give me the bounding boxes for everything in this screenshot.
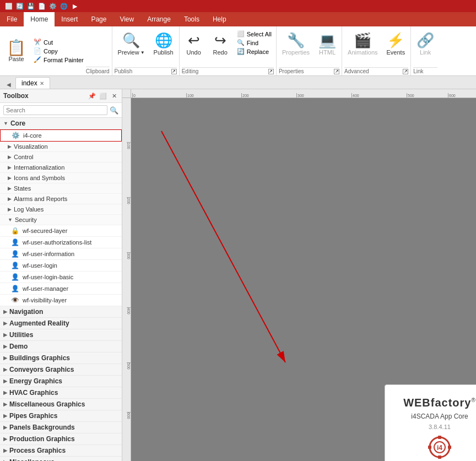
- ribbon-link-section: 🔗 Link Link: [411, 26, 440, 75]
- menu-arrange[interactable]: Arrange: [140, 12, 177, 26]
- toolbox-item-wf-user-information[interactable]: 👤 wf-user-information: [0, 248, 122, 260]
- toolbox-section-conveyors-graphics[interactable]: ▶ Conveyors Graphics: [0, 364, 122, 376]
- toolbox-section-utilities[interactable]: ▶ Utilities: [0, 329, 122, 341]
- toolbox-subsection-security[interactable]: ▼ Security: [0, 215, 122, 225]
- properties-button[interactable]: 🔧 Properties: [279, 30, 313, 58]
- toolbox-section-demo[interactable]: ▶ Demo: [0, 341, 122, 352]
- toolbox-section-miscellaneous[interactable]: ▶ Miscellaneous: [0, 457, 122, 461]
- events-icon: ⚡: [387, 32, 404, 49]
- wf-user-login-basic-icon: 👤: [11, 273, 19, 281]
- publish-label: Publish: [154, 49, 174, 56]
- toolbox-subsection-internationalization[interactable]: ▶ Internationalization: [0, 162, 122, 173]
- menu-insert[interactable]: Insert: [55, 12, 84, 26]
- menu-help[interactable]: Help: [206, 12, 233, 26]
- log-values-arrow-icon: ▶: [8, 207, 12, 212]
- tb-icon-2[interactable]: 🔄: [15, 2, 24, 10]
- buildings-graphics-arrow-icon: ▶: [3, 355, 7, 361]
- utilities-section-label: Utilities: [9, 331, 33, 339]
- preview-dropdown-icon[interactable]: ▼: [140, 50, 145, 55]
- select-all-button[interactable]: ⬜ Select All: [235, 30, 274, 38]
- menu-bar: File Home Insert Page View Arrange Tools…: [0, 12, 476, 26]
- tb-icon-6[interactable]: 🌐: [60, 2, 68, 10]
- menu-page[interactable]: Page: [84, 12, 113, 26]
- toolbox-section-panels-backgrounds[interactable]: ▶ Panels Backgrounds: [0, 422, 122, 433]
- animations-button[interactable]: 🎬 Animations: [344, 30, 381, 58]
- tb-icon-5[interactable]: ⚙️: [48, 2, 57, 10]
- toolbox-subsection-states[interactable]: ▶ States: [0, 183, 122, 194]
- toolbox-float-btn[interactable]: ⬜: [99, 91, 107, 100]
- internationalization-label: Internationalization: [14, 164, 64, 171]
- icons-symbols-label: Icons and Symbols: [14, 175, 65, 181]
- animations-label: Animations: [348, 49, 377, 56]
- production-graphics-section-label: Production Graphics: [9, 435, 75, 443]
- editing-expand-btn[interactable]: ↗: [268, 69, 274, 74]
- internationalization-arrow-icon: ▶: [8, 165, 12, 170]
- menu-view[interactable]: View: [113, 12, 140, 26]
- toolbox-pin-btn[interactable]: 📌: [88, 91, 96, 100]
- find-button[interactable]: 🔍 Find: [235, 39, 274, 47]
- toolbox-subsection-log-values[interactable]: ▶ Log Values: [0, 204, 122, 215]
- toolbox-item-wf-visibility-layer[interactable]: 👁️ wf-visibility-layer: [0, 295, 122, 306]
- publish-button[interactable]: 🌐 Publish: [150, 30, 177, 58]
- properties-expand-btn[interactable]: ↗: [334, 69, 339, 74]
- tab-nav-left[interactable]: ◀: [4, 80, 13, 89]
- undo-button[interactable]: ↩ Undo: [182, 30, 206, 58]
- toolbox-section-hvac-graphics[interactable]: ▶ HVAC Graphics: [0, 387, 122, 399]
- copy-button[interactable]: 📄 Copy: [31, 47, 86, 55]
- app-card-brand: WEBfactory®: [403, 397, 476, 409]
- publish-icon: 🌐: [155, 32, 172, 49]
- toolbox-section-miscellaneous-graphics[interactable]: ▶ Miscellaneous Graphics: [0, 399, 122, 410]
- toolbox-section-augmented-reality[interactable]: ▶ Augmented Reality: [0, 318, 122, 329]
- toolbox-item-wf-user-login-basic[interactable]: 👤 wf-user-login-basic: [0, 272, 122, 283]
- canvas-content[interactable]: WEBfactory® i4SCADA App Core 3.8.4.11: [131, 98, 476, 461]
- replace-button[interactable]: 🔄 Replace: [235, 47, 274, 56]
- toolbox-section-buildings-graphics[interactable]: ▶ Buildings Graphics: [0, 352, 122, 364]
- link-button[interactable]: 🔗 Link: [413, 30, 437, 58]
- tab-index[interactable]: index ✕: [15, 77, 50, 89]
- toolbox-close-btn[interactable]: ✕: [110, 91, 118, 100]
- toolbox-section-process-graphics[interactable]: ▶ Process Graphics: [0, 445, 122, 457]
- toolbox-subsection-alarms-reports[interactable]: ▶ Alarms and Reports: [0, 194, 122, 204]
- advanced-bottom: Advanced ↗: [344, 67, 408, 74]
- publish-expand-btn[interactable]: ↗: [171, 69, 177, 74]
- toolbox-subsection-visualization[interactable]: ▶ Visualization: [0, 142, 122, 152]
- toolbox-item-wf-user-authorizations-list[interactable]: 👤 wf-user-authorizations-list: [0, 237, 122, 248]
- ruler-vtick-100: 100: [127, 142, 131, 149]
- toolbox-section-energy-graphics[interactable]: ▶ Energy Graphics: [0, 376, 122, 387]
- menu-file[interactable]: File: [0, 12, 24, 26]
- link-label: Link: [420, 49, 431, 56]
- toolbox-item-wf-secured-layer[interactable]: 🔒 wf-secured-layer: [0, 225, 122, 237]
- ribbon-properties-section: 🔧 Properties 💻 HTML Properties ↗: [277, 26, 342, 75]
- menu-home[interactable]: Home: [24, 12, 55, 26]
- tb-icon-4[interactable]: 📄: [37, 2, 46, 10]
- undo-label: Undo: [187, 49, 201, 56]
- tb-icon-3[interactable]: 💾: [26, 2, 35, 10]
- states-arrow-icon: ▶: [8, 186, 12, 191]
- toolbox-section-navigation[interactable]: ▶ Navigation: [0, 306, 122, 318]
- menu-tools[interactable]: Tools: [177, 12, 206, 26]
- toolbox-section-pipes-graphics[interactable]: ▶ Pipes Graphics: [0, 410, 122, 422]
- tb-icon-1[interactable]: ⬜: [4, 2, 13, 10]
- advanced-expand-btn[interactable]: ↗: [403, 69, 408, 74]
- redo-button[interactable]: ↪ Redo: [208, 30, 232, 58]
- toolbox-item-wf-user-login[interactable]: 👤 wf-user-login: [0, 260, 122, 272]
- control-label: Control: [14, 154, 33, 160]
- html-button[interactable]: 💻 HTML: [315, 30, 339, 58]
- toolbox-subsection-icons-symbols[interactable]: ▶ Icons and Symbols: [0, 173, 122, 183]
- tb-icon-7[interactable]: ▶: [71, 2, 79, 10]
- cut-button[interactable]: ✂️ Cut: [31, 38, 86, 46]
- tab-close-icon[interactable]: ✕: [40, 80, 44, 86]
- search-icon[interactable]: 🔍: [110, 106, 118, 115]
- format-painter-button[interactable]: 🖌️ Format Painter: [31, 56, 86, 64]
- toolbox-item-wf-user-manager[interactable]: 👤 wf-user-manager: [0, 283, 122, 295]
- events-button[interactable]: ⚡ Events: [383, 30, 409, 58]
- publish-bottom: Publish ↗: [115, 67, 177, 74]
- paste-button[interactable]: 📋 Paste: [2, 38, 30, 64]
- canvas-area[interactable]: 0 100 200 300 400 500 600 100 200 300 40…: [122, 89, 476, 461]
- preview-button[interactable]: 🔍 Preview ▼: [115, 30, 148, 58]
- search-input[interactable]: [3, 105, 107, 115]
- toolbox-subsection-control[interactable]: ▶ Control: [0, 152, 122, 162]
- toolbox-section-production-graphics[interactable]: ▶ Production Graphics: [0, 433, 122, 445]
- toolbox-section-core[interactable]: ▼ Core: [0, 118, 122, 129]
- toolbox-item-i4core[interactable]: ⚙️ i4-core: [0, 129, 122, 142]
